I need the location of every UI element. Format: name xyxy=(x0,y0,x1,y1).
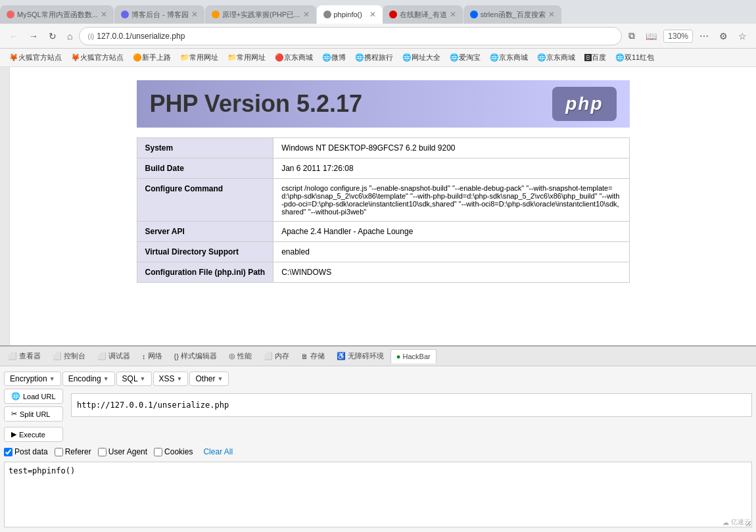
tab-label-phpinfo: phpinfo() xyxy=(334,11,367,18)
home-button[interactable]: ⌂ xyxy=(63,28,76,44)
url-input[interactable] xyxy=(71,393,752,417)
php-version: PHP Version 5.2.17 xyxy=(150,90,363,118)
tab-favicon-php xyxy=(212,11,220,18)
post-data-label: Post data xyxy=(14,447,48,456)
table-row: Configuration File (php.ini) Path C:\WIN… xyxy=(137,262,629,283)
tab-close-strlen[interactable]: ✕ xyxy=(548,10,555,19)
table-key-configfile: Configuration File (php.ini) Path xyxy=(137,262,273,283)
php-info-page: PHP Version 5.2.17 php System Windows NT… xyxy=(124,67,643,296)
devtools-tab-hackbar[interactable]: ● HackBar xyxy=(390,349,437,364)
bookmark-nav[interactable]: 🌐 网址大全 xyxy=(398,51,444,64)
cookies-checkbox[interactable] xyxy=(154,448,162,456)
tab-strlen[interactable]: strlen函数_百度搜索 ✕ xyxy=(463,5,561,24)
bookmark-ctrip[interactable]: 🌐 携程旅行 xyxy=(351,51,397,64)
forward-button[interactable]: → xyxy=(25,28,42,44)
devtools-tab-label-accessibility: 无障碍环境 xyxy=(348,351,384,361)
bookmark-jd3[interactable]: 🌐 京东商城 xyxy=(533,51,579,64)
back-button[interactable]: ← xyxy=(5,28,22,44)
tab-phpinfo[interactable]: phpinfo() ✕ xyxy=(317,5,383,24)
referer-checkbox[interactable] xyxy=(55,448,63,456)
bookmark-urls1[interactable]: 📁 常用网址 xyxy=(176,51,222,64)
left-sidebar xyxy=(0,67,10,345)
execute-button[interactable]: ▶ Execute xyxy=(4,427,63,442)
post-data-checkbox[interactable] xyxy=(4,448,12,456)
devtools-tab-perf[interactable]: ◎ 性能 xyxy=(224,349,257,364)
devtools-tab-memory[interactable]: ⬜ 内存 xyxy=(258,349,295,364)
split-url-button[interactable]: ✂ Split URL xyxy=(4,406,63,422)
bookmark-baidu[interactable]: 🅱 百度 xyxy=(580,51,610,64)
tab-favicon-mysql xyxy=(7,11,14,18)
bookmark-firefox2[interactable]: 🦊 火狐官方站点 xyxy=(67,51,128,64)
tab-favicon-strlen xyxy=(470,11,478,18)
bookmark-jd2[interactable]: 🌐 京东商城 xyxy=(486,51,532,64)
hackbar-menu-xss[interactable]: XSS ▼ xyxy=(153,372,189,386)
tab-translate[interactable]: 在线翻译_有道 ✕ xyxy=(383,5,463,24)
user-agent-checkbox[interactable] xyxy=(98,448,106,456)
main-content: PHP Version 5.2.17 php System Windows NT… xyxy=(10,67,756,345)
table-key-serverapi: Server API xyxy=(137,222,273,242)
perf-icon: ◎ xyxy=(229,352,235,360)
tab-close-blog[interactable]: ✕ xyxy=(191,10,198,19)
other-label: Other xyxy=(195,374,215,383)
extensions-button[interactable]: ⧉ xyxy=(625,28,639,44)
tab-favicon-translate xyxy=(389,11,397,18)
load-url-label: Load URL xyxy=(23,393,56,400)
post-data-textarea[interactable] xyxy=(4,462,752,527)
tab-close-translate[interactable]: ✕ xyxy=(450,10,456,19)
settings-button[interactable]: ⚙ xyxy=(715,28,732,44)
load-url-icon: 🌐 xyxy=(11,392,20,400)
devtools-tab-label-console: 控制台 xyxy=(64,351,85,361)
browser-window: MySQL常用内置函数数... ✕ 博客后台 - 博客园 ✕ 原理+实践掌握(P… xyxy=(0,0,756,532)
devtools-tab-storage[interactable]: 🗎 存储 xyxy=(296,349,330,364)
load-url-button[interactable]: 🌐 Load URL xyxy=(4,389,63,404)
tab-mysql[interactable]: MySQL常用内置函数数... ✕ xyxy=(0,5,114,24)
user-agent-checkbox-label[interactable]: User Agent xyxy=(98,447,147,456)
tab-close-phpinfo[interactable]: ✕ xyxy=(369,10,376,19)
bookmark-taobao[interactable]: 🌐 爱淘宝 xyxy=(446,51,484,64)
hackbar-menu-encryption[interactable]: Encryption ▼ xyxy=(4,372,61,386)
memory-icon: ⬜ xyxy=(264,352,273,360)
menu-button[interactable]: ⋯ xyxy=(696,28,713,44)
debugger-icon: ⬜ xyxy=(97,352,106,360)
table-key-builddate: Build Date xyxy=(137,158,273,179)
referer-checkbox-label[interactable]: Referer xyxy=(55,447,91,456)
php-header: PHP Version 5.2.17 php xyxy=(137,80,630,128)
hackbar-menu-other[interactable]: Other ▼ xyxy=(189,372,229,386)
devtools-tab-style[interactable]: {} 样式编辑器 xyxy=(169,349,222,364)
hackbar-action-buttons: 🌐 Load URL ✂ Split URL xyxy=(4,389,63,422)
devtools-tab-inspect[interactable]: ⬜ 查看器 xyxy=(3,349,46,364)
hackbar-menu-sql[interactable]: SQL ▼ xyxy=(116,372,152,386)
tab-favicon-phpinfo xyxy=(323,11,331,18)
cookies-checkbox-label[interactable]: Cookies xyxy=(154,447,193,456)
star-button[interactable]: ☆ xyxy=(734,28,751,44)
address-bar[interactable]: (i) 127.0.0.1/unserialize.php xyxy=(79,27,622,45)
devtools-tab-label-storage: 存储 xyxy=(310,351,325,361)
table-row: System Windows NT DESKTOP-89GFCS7 6.2 bu… xyxy=(137,138,629,158)
devtools-tab-network[interactable]: ↕ 网络 xyxy=(137,349,168,364)
encoding-label: Encoding xyxy=(68,374,101,383)
storage-icon: 🗎 xyxy=(301,352,308,360)
bookmark-newuser[interactable]: 🟠 新手上路 xyxy=(129,51,175,64)
clear-all-link[interactable]: Clear All xyxy=(203,447,233,456)
tab-php[interactable]: 原理+实践掌握(PHP已... ✕ xyxy=(205,5,316,24)
tab-close-mysql[interactable]: ✕ xyxy=(101,10,107,19)
bookmark-jd1[interactable]: 🔴 京东商城 xyxy=(271,51,317,64)
tab-label-mysql: MySQL常用内置函数数... xyxy=(17,10,98,20)
tab-close-php[interactable]: ✕ xyxy=(303,10,310,19)
tab-blog[interactable]: 博客后台 - 博客园 ✕ xyxy=(114,5,204,24)
devtools-tab-console[interactable]: ⬜ 控制台 xyxy=(47,349,91,364)
devtools-tab-debugger[interactable]: ⬜ 调试器 xyxy=(92,349,135,364)
reader-button[interactable]: 📖 xyxy=(642,28,661,44)
reload-button[interactable]: ↻ xyxy=(45,28,60,44)
bookmark-firefox1[interactable]: 🦊 火狐官方站点 xyxy=(5,51,66,64)
bookmark-weibo[interactable]: 🌐 微博 xyxy=(318,51,350,64)
tab-label-strlen: strlen函数_百度搜索 xyxy=(481,10,546,20)
hackbar-menu-encoding[interactable]: Encoding ▼ xyxy=(62,372,115,386)
post-data-checkbox-label[interactable]: Post data xyxy=(4,447,48,456)
xss-label: XSS xyxy=(159,374,175,383)
bookmark-urls2[interactable]: 📁 常用网址 xyxy=(224,51,270,64)
table-value-builddate: Jan 6 2011 17:26:08 xyxy=(273,158,629,179)
devtools-tab-accessibility[interactable]: ♿ 无障碍环境 xyxy=(331,349,389,364)
bookmark-double11[interactable]: 🌐 双11红包 xyxy=(611,51,658,64)
cookies-label: Cookies xyxy=(164,447,193,456)
